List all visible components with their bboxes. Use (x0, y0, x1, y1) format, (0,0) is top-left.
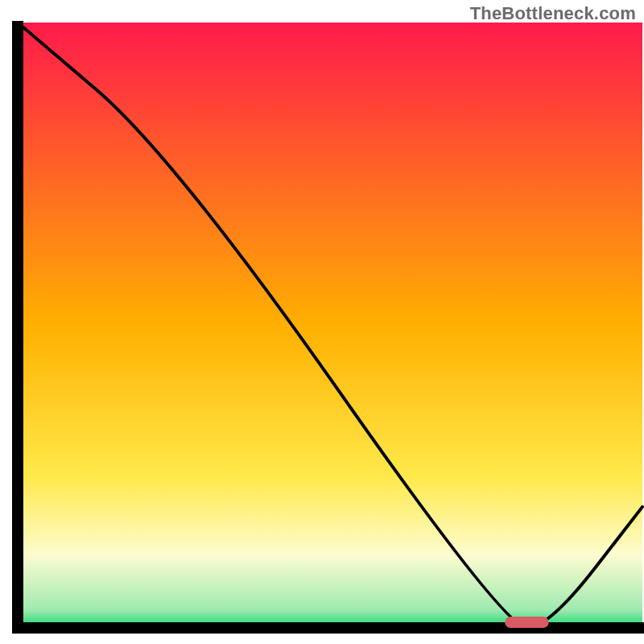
bottleneck-chart (0, 0, 644, 644)
chart-container: TheBottleneck.com (0, 0, 644, 644)
plot-background (18, 23, 642, 628)
watermark-text: TheBottleneck.com (470, 3, 636, 24)
optimal-range-marker (505, 617, 548, 628)
